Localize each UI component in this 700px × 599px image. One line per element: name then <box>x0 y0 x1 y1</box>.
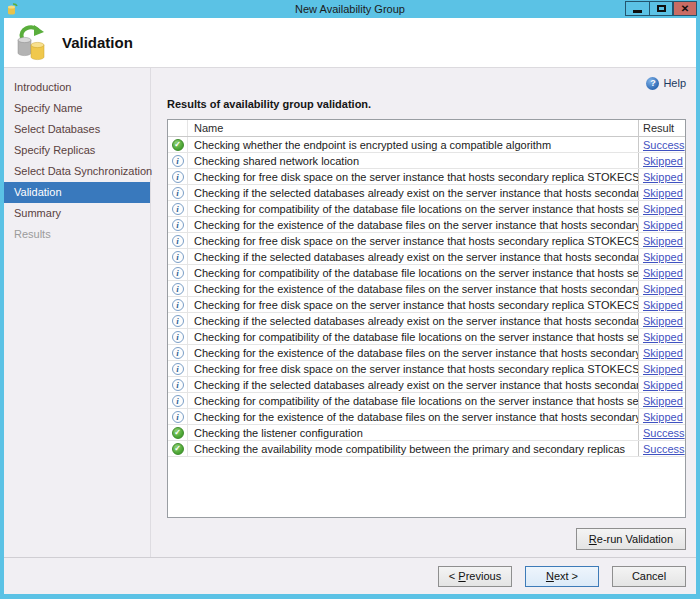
check-name: Checking for compatibility of the databa… <box>188 265 639 280</box>
check-name: Checking for compatibility of the databa… <box>188 201 639 216</box>
close-icon <box>681 2 689 15</box>
maximize-button[interactable] <box>649 1 673 16</box>
result-link[interactable]: Success <box>643 427 685 439</box>
status-icon <box>172 443 184 455</box>
table-row: Checking for the existence of the databa… <box>168 281 685 297</box>
check-name: Checking if the selected databases alrea… <box>188 377 639 392</box>
rerun-validation-button[interactable]: Re-run Validation <box>576 528 686 550</box>
result-link[interactable]: Skipped <box>643 171 683 183</box>
status-icon <box>172 139 184 151</box>
status-icon <box>172 251 184 263</box>
status-icon <box>172 283 184 295</box>
check-name: Checking for the existence of the databa… <box>188 217 639 232</box>
status-icon <box>172 171 184 183</box>
table-row: Checking shared network location Skipped <box>168 153 685 169</box>
sidebar-step-item[interactable]: Select Data Synchronization <box>4 161 150 182</box>
status-icon <box>172 187 184 199</box>
result-link[interactable]: Skipped <box>643 251 683 263</box>
result-link[interactable]: Skipped <box>643 219 683 231</box>
sidebar-step-item[interactable]: Validation <box>4 182 150 203</box>
status-icon <box>172 155 184 167</box>
result-link[interactable]: Skipped <box>643 267 683 279</box>
main-panel: Help Results of availability group valid… <box>151 68 696 557</box>
table-header-row: Name Result <box>168 120 685 137</box>
result-link[interactable]: Skipped <box>643 283 683 295</box>
check-name: Checking for compatibility of the databa… <box>188 329 639 344</box>
table-row: Checking for compatibility of the databa… <box>168 265 685 281</box>
status-icon <box>172 219 184 231</box>
status-icon <box>172 299 184 311</box>
window-title: New Availability Group <box>0 0 700 18</box>
maximize-icon <box>657 5 666 12</box>
result-link[interactable]: Skipped <box>643 155 683 167</box>
check-name: Checking if the selected databases alrea… <box>188 185 639 200</box>
check-name: Checking for free disk space on the serv… <box>188 297 639 312</box>
status-icon <box>172 267 184 279</box>
status-icon <box>172 411 184 423</box>
minimize-button[interactable] <box>625 1 649 16</box>
wizard-steps-sidebar: Introduction Specify Name Select Databas… <box>4 68 151 557</box>
previous-button[interactable]: < Previous <box>438 566 512 587</box>
check-name: Checking for the existence of the databa… <box>188 281 639 296</box>
help-row: Help <box>167 75 686 91</box>
check-name: Checking if the selected databases alrea… <box>188 313 639 328</box>
check-name: Checking the availability mode compatibi… <box>188 441 639 456</box>
status-icon <box>172 427 184 439</box>
window-controls <box>625 1 697 16</box>
result-link[interactable]: Skipped <box>643 331 683 343</box>
table-row: Checking the listener configuration Succ… <box>168 425 685 441</box>
result-link[interactable]: Skipped <box>643 203 683 215</box>
table-row: Checking for free disk space on the serv… <box>168 233 685 249</box>
footer-button-bar: < Previous Next > Cancel <box>4 557 696 594</box>
table-row: Checking for compatibility of the databa… <box>168 329 685 345</box>
sidebar-step-item[interactable]: Summary <box>4 203 150 224</box>
result-link[interactable]: Skipped <box>643 347 683 359</box>
result-link[interactable]: Skipped <box>643 235 683 247</box>
help-link[interactable]: Help <box>663 77 686 89</box>
validation-results-table: Name Result Checking whether the endpoin… <box>167 119 686 518</box>
check-name: Checking for free disk space on the serv… <box>188 233 639 248</box>
check-name: Checking for the existence of the databa… <box>188 345 639 360</box>
table-row: Checking if the selected databases alrea… <box>168 249 685 265</box>
table-row: Checking if the selected databases alrea… <box>168 313 685 329</box>
results-caption: Results of availability group validation… <box>167 98 686 110</box>
result-link[interactable]: Skipped <box>643 411 683 423</box>
status-icon <box>172 379 184 391</box>
cancel-button[interactable]: Cancel <box>612 566 686 587</box>
table-row: Checking for the existence of the databa… <box>168 217 685 233</box>
table-row: Checking for compatibility of the databa… <box>168 393 685 409</box>
status-icon <box>172 347 184 359</box>
table-row: Checking for free disk space on the serv… <box>168 169 685 185</box>
check-name: Checking for free disk space on the serv… <box>188 361 639 376</box>
sidebar-step-item[interactable]: Select Databases <box>4 119 150 140</box>
check-name: Checking for free disk space on the serv… <box>188 169 639 184</box>
sidebar-step-item[interactable]: Results <box>4 224 150 245</box>
help-icon <box>646 77 659 90</box>
availability-group-icon <box>14 23 50 63</box>
wizard-dialog: Validation Introduction Specify Name Sel… <box>4 18 696 594</box>
table-row: Checking for the existence of the databa… <box>168 345 685 361</box>
icon-column-header <box>168 120 188 136</box>
new-availability-group-window: New Availability Group Validation <box>0 0 700 599</box>
close-button[interactable] <box>673 1 697 16</box>
rerun-row: Re-run Validation <box>167 528 686 550</box>
sidebar-step-item[interactable]: Specify Replicas <box>4 140 150 161</box>
result-link[interactable]: Skipped <box>643 379 683 391</box>
next-button[interactable]: Next > <box>525 566 599 587</box>
status-icon <box>172 203 184 215</box>
titlebar: New Availability Group <box>0 0 700 18</box>
result-link[interactable]: Skipped <box>643 187 683 199</box>
wizard-header: Validation <box>4 18 696 68</box>
result-link[interactable]: Skipped <box>643 315 683 327</box>
table-row: Checking for free disk space on the serv… <box>168 297 685 313</box>
sidebar-step-item[interactable]: Introduction <box>4 77 150 98</box>
status-icon <box>172 363 184 375</box>
table-row: Checking whether the endpoint is encrypt… <box>168 137 685 153</box>
sidebar-step-item[interactable]: Specify Name <box>4 98 150 119</box>
result-link[interactable]: Success <box>643 443 685 455</box>
result-link[interactable]: Skipped <box>643 363 683 375</box>
table-body: Checking whether the endpoint is encrypt… <box>168 137 685 457</box>
result-link[interactable]: Success <box>643 139 685 151</box>
result-link[interactable]: Skipped <box>643 395 683 407</box>
result-link[interactable]: Skipped <box>643 299 683 311</box>
